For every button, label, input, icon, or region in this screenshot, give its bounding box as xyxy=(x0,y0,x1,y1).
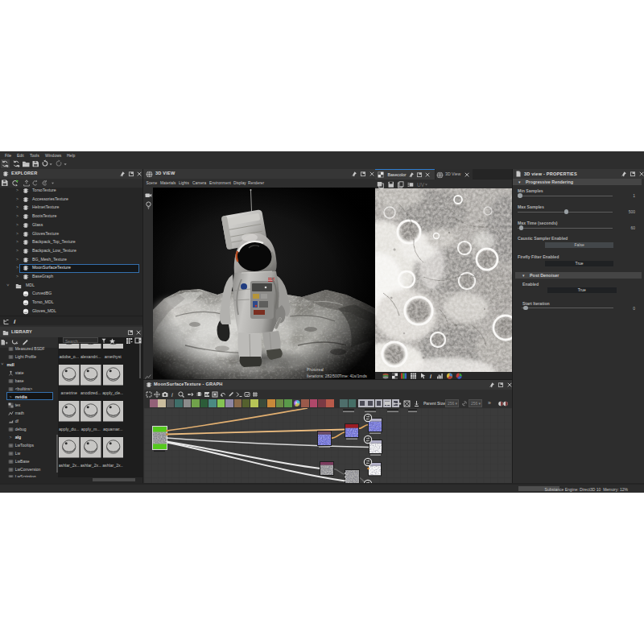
svg-text:Photoreal: Photoreal xyxy=(307,368,324,372)
svg-text:UV: UV xyxy=(417,182,425,188)
svg-text:i: i xyxy=(171,391,173,398)
svg-text:Time: 41s/1mds: Time: 41s/1mds xyxy=(339,374,367,378)
svg-text:i: i xyxy=(430,374,432,379)
svg-text:Iterations: 282/500: Iterations: 282/500 xyxy=(307,374,340,378)
